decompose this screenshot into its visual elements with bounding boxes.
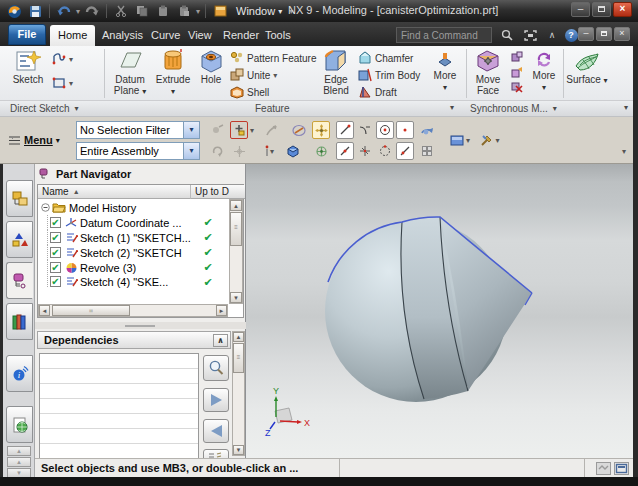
- synchronous-more-button[interactable]: More▾: [527, 50, 561, 93]
- snap-quadrant-icon[interactable]: [376, 142, 394, 160]
- surface-button[interactable]: Surface ▾: [566, 48, 608, 86]
- snap-intersection-icon[interactable]: [356, 142, 374, 160]
- undo-button[interactable]: [55, 3, 73, 19]
- tree-row-revolve[interactable]: ✔ Revolve (3): [41, 260, 224, 275]
- surface-group-dropdown[interactable]: ▾: [624, 103, 628, 112]
- hd3d-tools-tab[interactable]: i: [6, 355, 33, 392]
- redo-button[interactable]: [83, 3, 101, 19]
- save-button[interactable]: [26, 3, 44, 19]
- datum-plane-button[interactable]: Datum Plane ▾: [108, 48, 152, 97]
- minimize-window-button[interactable]: –: [571, 2, 590, 17]
- search-icon[interactable]: [498, 27, 516, 43]
- tree-row-sketch-1[interactable]: ✔ Sketch (1) "SKETCH...: [41, 230, 224, 245]
- selection-bar-overflow[interactable]: ▾: [622, 147, 626, 156]
- minimize-document-button[interactable]: –: [578, 27, 594, 41]
- feature-group-dropdown[interactable]: ▾: [450, 103, 454, 112]
- scroll-right-button[interactable]: ►: [216, 305, 227, 316]
- snap-arc-center-icon[interactable]: [376, 121, 394, 139]
- paste-dropdown[interactable]: ▾: [196, 7, 200, 16]
- sketch-button[interactable]: Sketch: [8, 48, 48, 85]
- scroll-left-button[interactable]: ◄: [39, 305, 50, 316]
- animation-icon[interactable]: [418, 142, 436, 160]
- minimize-ribbon-icon[interactable]: ∧: [543, 27, 561, 43]
- close-document-button[interactable]: ×: [614, 27, 630, 41]
- part-navigator-hscrollbar[interactable]: ◄ ≡ ►: [38, 304, 228, 317]
- resource-scroll-top-button[interactable]: ▲: [7, 446, 31, 456]
- unite-button[interactable]: Unite ▾: [230, 68, 277, 82]
- undo-dropdown[interactable]: ▾: [76, 7, 80, 16]
- edge-blend-button[interactable]: Edge Blend: [316, 48, 356, 96]
- select-by-proximity-icon[interactable]: [208, 121, 226, 139]
- dependencies-back-button[interactable]: [203, 419, 229, 443]
- shell-button[interactable]: Shell: [230, 85, 269, 99]
- profile-dropdown[interactable]: ▾: [69, 55, 73, 64]
- snap-point-on-curve-icon[interactable]: [396, 142, 414, 160]
- dependencies-list[interactable]: [39, 353, 199, 459]
- rotate-scene-icon[interactable]: [418, 121, 436, 139]
- dependencies-forward-button[interactable]: [203, 388, 229, 412]
- panel-splitter[interactable]: [35, 322, 246, 329]
- scroll-down-button[interactable]: ▼: [230, 292, 242, 303]
- menu-button[interactable]: Menu▾: [6, 131, 62, 149]
- rectangle-dropdown[interactable]: ▾: [69, 79, 73, 88]
- part-navigator-vscrollbar[interactable]: ▲ ≡ ▼: [229, 199, 243, 304]
- part-navigator-tab[interactable]: [6, 262, 33, 299]
- tab-home[interactable]: Home: [50, 25, 95, 46]
- find-command-input[interactable]: [396, 27, 492, 43]
- web-browser-tab[interactable]: [6, 406, 33, 443]
- maximize-window-button[interactable]: [592, 2, 611, 17]
- feature-more-button[interactable]: More▾: [428, 50, 462, 93]
- feature-checkbox[interactable]: ✔: [50, 232, 61, 243]
- unite-dropdown[interactable]: ▾: [273, 71, 277, 80]
- pattern-feature-button[interactable]: Pattern Feature: [230, 51, 316, 65]
- delete-face-icon[interactable]: [509, 80, 524, 94]
- tree-row-model-history[interactable]: Model History: [41, 200, 221, 215]
- snap-tangent-icon[interactable]: [356, 121, 374, 139]
- move-face-button[interactable]: Move Face: [469, 48, 507, 96]
- expand-toggle-icon[interactable]: [41, 203, 50, 212]
- scroll-thumb[interactable]: ≡: [230, 212, 242, 246]
- draft-button[interactable]: Draft: [358, 85, 397, 99]
- feature-group-label[interactable]: Feature: [255, 103, 289, 114]
- graphics-window[interactable]: Y X Z: [246, 164, 633, 458]
- hole-button[interactable]: Hole: [195, 48, 227, 85]
- adaptive-shell-icon[interactable]: [509, 50, 524, 64]
- synchronous-group-label[interactable]: Synchronous M...▾: [470, 103, 557, 114]
- feature-checkbox[interactable]: ✔: [50, 276, 61, 287]
- dependencies-header[interactable]: Dependencies ∧: [37, 331, 231, 349]
- dependencies-vscrollbar[interactable]: ▲ ≡ ▼: [232, 331, 245, 456]
- canister-model[interactable]: Y X Z: [246, 164, 633, 458]
- tab-view[interactable]: View: [180, 25, 220, 46]
- chamfer-button[interactable]: Chamfer: [358, 51, 413, 65]
- assembly-navigator-tab[interactable]: [6, 180, 33, 217]
- dependencies-search-button[interactable]: [203, 355, 229, 381]
- feature-checkbox[interactable]: ✔: [50, 247, 61, 258]
- replace-face-icon[interactable]: [509, 65, 524, 79]
- scroll-down-button[interactable]: ▼: [233, 445, 244, 455]
- tools-button[interactable]: ▾: [478, 131, 502, 149]
- extrude-button[interactable]: Extrude ▾: [153, 48, 193, 97]
- snap-midpoint-icon[interactable]: [336, 142, 354, 160]
- tab-file[interactable]: File: [8, 24, 46, 45]
- part-states-icon[interactable]: [596, 462, 611, 475]
- window-display-button[interactable]: ▾: [448, 131, 472, 149]
- feature-checkbox[interactable]: ✔: [50, 262, 61, 273]
- move-rotate-icon[interactable]: [312, 142, 330, 160]
- profile-curve-button[interactable]: ▾: [52, 52, 73, 66]
- constraint-navigator-tab[interactable]: [6, 221, 33, 258]
- general-selection-icon[interactable]: [262, 121, 280, 139]
- rotate-view-icon[interactable]: [208, 142, 226, 160]
- tab-tools[interactable]: Tools: [257, 25, 299, 46]
- scroll-up-button[interactable]: ▲: [233, 332, 244, 342]
- collapse-dependencies-button[interactable]: ∧: [213, 334, 228, 347]
- tree-row-sketch-4[interactable]: ✔ Sketch (4) "SKE...: [41, 275, 224, 288]
- scroll-up-button[interactable]: ▲: [230, 200, 242, 211]
- type-filter-icon[interactable]: [230, 121, 248, 139]
- orient-view-icon[interactable]: [230, 142, 248, 160]
- selection-filter-combo[interactable]: No Selection Filter ▾: [76, 121, 200, 139]
- move-object-icon[interactable]: [312, 121, 330, 139]
- snap-endpoint-icon[interactable]: [336, 121, 354, 139]
- highlight-selection-icon[interactable]: [290, 121, 308, 139]
- direct-sketch-group-label[interactable]: Direct Sketch▾: [10, 103, 78, 114]
- restore-document-button[interactable]: [596, 27, 612, 41]
